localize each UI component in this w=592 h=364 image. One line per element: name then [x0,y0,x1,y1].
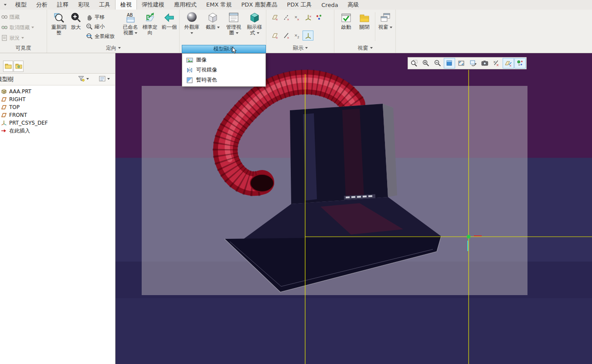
tree-item-csys[interactable]: PRT_CSYS_DEF [0,119,115,127]
activate-button[interactable]: 啟動 [337,10,355,43]
plane-tag-display-toggle[interactable]: × [269,31,280,41]
filter-funnel-icon [78,75,85,82]
tree-item-datum-right[interactable]: RIGHT [0,95,115,103]
unhide-label: 取消隱藏 [10,24,30,31]
tree-item-insert-here[interactable]: 在此插入 [0,127,115,135]
annotation-display-toggle[interactable] [313,12,324,22]
tab-pdx-tools[interactable]: PDX 工具 [282,0,316,10]
tree-item-label: AAA.PRT [9,88,31,95]
zoom-in-button-viewport[interactable] [420,58,432,68]
tab-annotate[interactable]: 註釋 [52,0,73,10]
point-display-toggle[interactable]: ×× [292,12,303,22]
unhide-button[interactable]: 取消隱藏 [1,24,34,31]
group-label-window[interactable]: 視窗 [335,44,395,52]
sections-button[interactable]: 截面 [203,10,223,43]
csys-tag-display-toggle[interactable] [303,31,313,41]
datum-plane-display-icon: × [271,14,279,21]
snapshot-button[interactable] [479,58,490,68]
group-label-show[interactable]: 顯示 [267,44,334,52]
menu-item-image[interactable]: 圖像 [182,55,265,65]
group-window: 啟動 關閉 視窗 視窗 [335,10,396,53]
manage-views-button[interactable]: 管理視圖 [224,10,244,43]
axis-tag-display-toggle[interactable]: × [281,31,292,41]
tree-item-part[interactable]: AAA.PRT [0,88,115,95]
chevron-down-icon [4,4,7,6]
axis-display-toggle[interactable]: × [281,12,292,22]
menu-item-mirror[interactable]: 可視鏡像 [182,65,265,75]
group-label-orientation[interactable]: 定向 [48,44,179,52]
dropdown-caret-icon [217,27,220,28]
tab-label: 應用程式 [174,1,197,9]
dropdown-caret-icon [86,78,89,80]
dropdown-caret-icon [107,78,110,80]
windows-button[interactable]: 視窗 [377,10,394,43]
menu-item-label: 圖像 [196,56,207,64]
tab-view[interactable]: 檢視 [115,0,137,10]
group-label-visibility: 可見度 [0,44,47,52]
named-views-button[interactable]: AB 已命名視圖 [121,10,140,43]
svg-text:×: × [276,18,278,21]
display-filters-button[interactable] [514,58,526,68]
point-tag-display-toggle[interactable]: ×2 [292,31,303,41]
model-display-dropdown-header[interactable]: 模型顯示 [182,45,266,53]
model-tree-header: 模型樹 [0,74,115,85]
zoom-out-button-viewport[interactable] [432,58,443,68]
tree-settings-button[interactable] [99,75,110,82]
tab-tools[interactable]: 工具 [94,0,115,10]
refit-button-viewport[interactable] [456,58,467,68]
reorient-button[interactable] [467,58,479,68]
group-divider [375,12,375,41]
tab-pdx-product[interactable]: PDX 應製產品 [236,0,282,10]
3d-model-viewport[interactable] [116,53,592,364]
datum-display-filters-button[interactable]: × [503,58,514,68]
pan-button[interactable]: 平移 [86,13,105,21]
tab-model[interactable]: 模型 [10,0,31,10]
hide-label: 隱藏 [10,14,20,20]
tab-render[interactable]: 彩現 [73,0,94,10]
cascade-windows-icon [380,11,391,24]
tab-emx-general[interactable]: EMX 常規 [201,0,236,10]
display-style-button[interactable]: 顯示樣式 [245,10,265,43]
standard-orientation-button[interactable]: 標準定向 [140,10,160,43]
saved-views-button[interactable]: ×× [491,58,502,68]
tree-item-datum-front[interactable]: FRONT [0,111,115,119]
status-label: 狀況 [10,35,20,41]
tab-label: 工具 [99,1,110,9]
tab-applications[interactable]: 應用程式 [169,0,201,10]
saved-views-icon: ×× [493,59,500,67]
tab-label: 註釋 [57,1,68,9]
zoom-region-button[interactable] [408,58,420,68]
model-tree-tab[interactable] [3,61,13,72]
refit-magnifier-icon [53,11,65,24]
tab-flexible-modeling[interactable]: 彈性建模 [137,0,169,10]
appearance-gallery-button[interactable]: 外觀庫 [182,10,202,43]
svg-text:×: × [276,36,278,40]
tree-item-datum-top[interactable]: TOP [0,103,115,111]
refit-button[interactable]: 重新調整 [49,10,68,43]
csys-display-toggle[interactable]: × [303,12,313,22]
tab-label: 檢視 [120,1,132,9]
status-button[interactable]: 狀況 [1,34,24,42]
quick-access-overflow-caret[interactable] [0,0,10,10]
tab-advanced[interactable]: 高級 [343,0,364,10]
previous-view-button[interactable]: 前一個 [160,10,179,43]
zoom-in-button[interactable]: 放大 [68,10,84,43]
close-window-button[interactable]: 關閉 [356,10,373,43]
zoom-out-button[interactable]: 縮小 [86,23,105,31]
tree-filter-button[interactable] [78,75,89,82]
tab-analysis[interactable]: 分析 [31,0,52,10]
graphics-area[interactable] [116,53,592,364]
snapshot-camera-icon [481,59,489,67]
menu-item-temp-shade[interactable]: 暫時著色 [182,75,265,85]
manage-views-icon [228,11,240,24]
tab-label: EMX 常規 [206,1,231,9]
svg-text:×: × [496,63,499,67]
hide-button[interactable]: 隱藏 [1,13,20,21]
display-style-cube-icon [248,11,261,24]
tab-creda[interactable]: Creda [316,0,343,10]
favorites-folder-tab[interactable] [14,61,24,72]
zoom-out-label: 縮小 [95,24,105,30]
zoom-all-button[interactable]: 全景縮放 [86,32,115,40]
repaint-button[interactable] [444,58,455,68]
plane-display-toggle[interactable]: × [269,12,280,22]
